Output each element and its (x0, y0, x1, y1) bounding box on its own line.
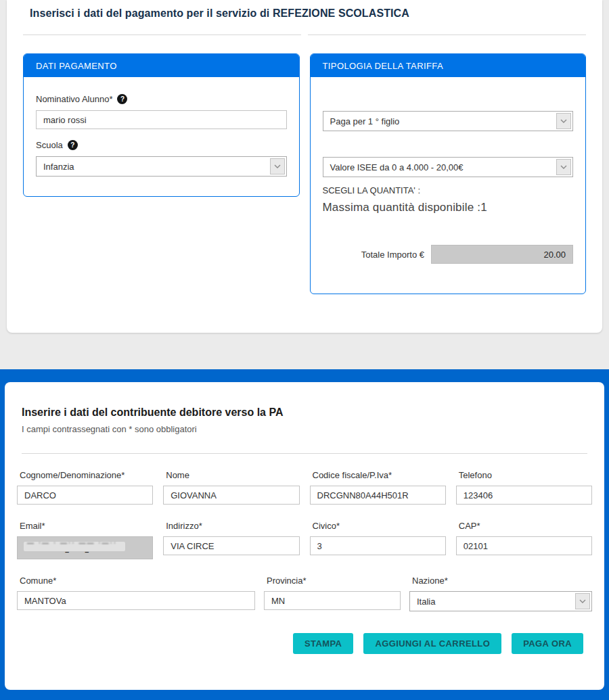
debtor-section: Inserire i dati del contribuente debitor… (0, 369, 609, 700)
scuola-select[interactable]: Infanzia (36, 156, 287, 177)
cap-input[interactable] (456, 536, 592, 555)
civico-input[interactable] (310, 536, 446, 555)
nome-label: Nome (163, 470, 299, 480)
nazione-select[interactable]: Italia (409, 591, 592, 611)
comune-label: Comune* (17, 576, 255, 586)
totale-importo-label: Totale Importo € (361, 250, 424, 260)
aggiungi-al-carrello-button[interactable]: AGGIUNGI AL CARRELLO (363, 633, 501, 654)
scuola-label: Scuola ? (36, 140, 287, 150)
tipologia-tariffa-panel: TIPOLOGIA DELLA TARIFFA Paga per 1 ° fig… (310, 53, 587, 294)
provincia-input[interactable] (264, 591, 401, 610)
dati-pagamento-header: DATI PAGAMENTO (24, 54, 299, 77)
help-question-icon[interactable]: ? (117, 94, 127, 104)
chevron-down-icon (575, 593, 590, 609)
massima-quantita-text: Massima quantità disponibile :1 (323, 201, 574, 214)
paga-ora-button[interactable]: PAGA ORA (512, 633, 583, 654)
page-title: Inserisci i dati del pagamento per il se… (23, 6, 586, 20)
codice-fiscale-input[interactable] (310, 486, 446, 505)
cognome-label: Cognome/Denominazione* (17, 470, 153, 480)
divider (22, 453, 587, 454)
stampa-button[interactable]: STAMPA (293, 633, 353, 654)
telefono-label: Telefono (456, 470, 592, 480)
telefono-input[interactable] (456, 486, 592, 505)
debtor-card: Inserire i dati del contribuente debitor… (5, 382, 604, 690)
chevron-down-icon (556, 159, 571, 175)
nominativo-alunno-input[interactable] (36, 110, 287, 129)
nominativo-alunno-label: Nominativo Alunno* ? (36, 94, 287, 104)
payment-entry-card: Inserisci i dati del pagamento per il se… (7, 0, 602, 333)
divider (23, 34, 586, 35)
dati-pagamento-panel: DATI PAGAMENTO Nominativo Alunno* ? Scuo… (23, 53, 300, 197)
comune-input[interactable] (17, 591, 255, 610)
cap-label: CAP* (456, 521, 592, 531)
indirizzo-input[interactable] (163, 536, 299, 555)
chevron-down-icon (270, 158, 285, 174)
email-input-redacted: — ·— · —·· —— ·—·· – – (17, 536, 153, 559)
nome-input[interactable] (163, 486, 299, 505)
cognome-input[interactable] (17, 486, 153, 505)
debtor-subtitle: I campi contrassegnati con * sono obblig… (17, 424, 592, 434)
scegli-quantita-heading: SCEGLI LA QUANTITA' : (323, 185, 574, 195)
chevron-down-icon (556, 113, 571, 129)
civico-label: Civico* (310, 521, 446, 531)
valore-isee-select[interactable]: Valore ISEE da 0 a 4.000 - 20,00€ (323, 157, 574, 177)
indirizzo-label: Indirizzo* (163, 521, 299, 531)
help-question-icon[interactable]: ? (68, 140, 78, 150)
email-label: Email* (17, 521, 153, 531)
provincia-label: Provincia* (264, 576, 401, 586)
figlio-select[interactable]: Paga per 1 ° figlio (323, 111, 574, 131)
totale-importo-value: 20.00 (431, 245, 573, 264)
debtor-title: Inserire i dati del contribuente debitor… (17, 406, 592, 419)
nazione-label: Nazione* (409, 576, 592, 586)
codice-fiscale-label: Codice fiscale/P.Iva* (310, 470, 446, 480)
tipologia-tariffa-header: TIPOLOGIA DELLA TARIFFA (311, 54, 586, 77)
